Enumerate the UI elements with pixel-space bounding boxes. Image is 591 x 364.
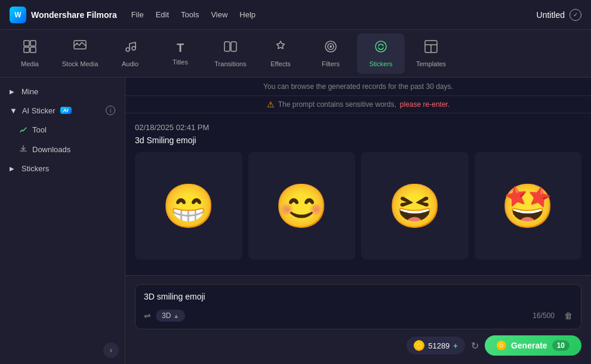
menu-view[interactable]: View — [211, 10, 227, 19]
emoji-0: 😁 — [162, 184, 216, 227]
menu-edit[interactable]: Edit — [156, 10, 169, 19]
svg-rect-1 — [30, 41, 36, 46]
tab-effects-label: Effects — [270, 60, 290, 67]
tab-audio[interactable]: Audio — [106, 33, 154, 74]
tab-titles-label: Titles — [173, 58, 188, 66]
sidebar-ai-sticker-label: AI Sticker — [22, 106, 56, 115]
generate-coin-icon: ⬡ — [497, 341, 506, 350]
prompt-controls: ⇌ 3D ▲ 16/500 🗑 — [144, 310, 572, 322]
tab-transitions[interactable]: Transitions — [207, 33, 254, 74]
result-title: 3d Smiling emoji — [135, 135, 581, 145]
menu-items: File Edit Tools View Help — [131, 10, 256, 19]
menu-file[interactable]: File — [131, 10, 144, 19]
generate-cost-value: 10 — [557, 341, 565, 350]
tab-stickers[interactable]: Stickers — [357, 33, 405, 74]
tab-filters[interactable]: Filters — [307, 33, 355, 74]
re-enter-link[interactable]: please re-enter. — [400, 100, 450, 109]
tag-3d[interactable]: 3D ▲ — [156, 310, 185, 322]
sidebar-downloads-label: Downloads — [32, 145, 70, 154]
sidebar-mine-label: Mine — [21, 87, 38, 96]
tab-media[interactable]: Media — [6, 33, 54, 74]
stock-media-icon — [73, 40, 87, 57]
refresh-icon[interactable]: ↻ — [471, 340, 479, 351]
effects-icon — [274, 40, 287, 57]
sticker-card-2[interactable]: 😆 — [361, 152, 469, 260]
notice-bar: You can browse the generated records for… — [125, 78, 591, 96]
svg-point-7 — [132, 47, 136, 50]
warning-icon: ⚠ — [267, 100, 275, 109]
svg-rect-3 — [30, 47, 36, 53]
shuffle-icon[interactable]: ⇌ — [144, 311, 151, 320]
transitions-icon — [224, 40, 237, 57]
input-area: 3D smiling emoji ⇌ 3D ▲ 16/500 🗑 — [125, 275, 591, 364]
check-icon[interactable]: ✓ — [570, 9, 581, 21]
svg-rect-2 — [24, 47, 29, 53]
svg-rect-9 — [231, 42, 236, 51]
collapse-sidebar-button[interactable]: ‹ — [103, 343, 119, 358]
project-title[interactable]: Untitled — [537, 10, 565, 20]
sticker-card-0[interactable]: 😁 — [135, 152, 242, 260]
tab-audio-label: Audio — [122, 60, 138, 67]
emoji-3: 🤩 — [501, 184, 555, 227]
sidebar-tool-label: Tool — [32, 125, 47, 134]
app-logo: W Wondershare Filmora — [10, 7, 117, 23]
mine-chevron: ▶ — [10, 88, 14, 95]
topbar: W Wondershare Filmora File Edit Tools Vi… — [0, 0, 591, 30]
app-logo-icon: W — [10, 7, 26, 23]
media-icon — [23, 40, 36, 57]
generate-button[interactable]: ⬡ Generate 10 — [485, 335, 581, 356]
sticker-card-1[interactable]: 😊 — [248, 152, 356, 260]
ai-sticker-chevron: ▼ — [10, 106, 17, 115]
topbar-left: W Wondershare Filmora File Edit Tools Vi… — [10, 7, 256, 23]
bottom-actions: ⬡ 51289 + ↻ ⬡ Generate 10 — [135, 335, 581, 356]
coins-display: ⬡ 51289 + — [407, 337, 465, 354]
topbar-right: Untitled ✓ — [537, 9, 581, 21]
tab-stickers-label: Stickers — [369, 60, 392, 67]
tag-arrow-icon: ▲ — [173, 313, 179, 319]
stickers-chevron: ▶ — [10, 165, 14, 172]
trash-icon[interactable]: 🗑 — [564, 311, 572, 320]
svg-point-14 — [378, 44, 380, 45]
tab-stock-media-label: Stock Media — [62, 60, 98, 67]
tab-media-label: Media — [21, 60, 39, 67]
ai-badge: AI — [60, 107, 72, 114]
svg-point-13 — [375, 41, 386, 52]
svg-point-12 — [330, 45, 332, 48]
emoji-2: 😆 — [388, 184, 442, 227]
sticker-card-3[interactable]: 🤩 — [475, 152, 582, 260]
emoji-1: 😊 — [275, 184, 328, 227]
svg-point-15 — [382, 44, 383, 45]
info-icon[interactable]: i — [106, 106, 115, 115]
audio-icon — [124, 40, 137, 57]
tab-stock-media[interactable]: Stock Media — [56, 33, 104, 74]
svg-point-5 — [76, 42, 78, 44]
tag-3d-label: 3D — [162, 311, 171, 320]
coins-amount: 51289 — [428, 341, 450, 350]
sidebar-item-mine[interactable]: ▶ Mine — [0, 82, 125, 101]
prompt-text[interactable]: 3D smiling emoji — [144, 292, 572, 304]
results-section: 02/18/2025 02:41 PM 3d Smiling emoji 😁 😊… — [125, 113, 591, 275]
sidebar-subitem-tool[interactable]: Tool — [0, 120, 125, 140]
templates-icon — [424, 40, 438, 57]
sticker-grid: 😁 😊 😆 🤩 — [135, 152, 581, 260]
content-area: You can browse the generated records for… — [125, 78, 591, 364]
sidebar-item-stickers[interactable]: ▶ Stickers — [0, 159, 125, 178]
coin-icon: ⬡ — [414, 340, 424, 351]
menu-tools[interactable]: Tools — [181, 10, 199, 19]
generate-label: Generate — [511, 341, 547, 350]
prompt-input-wrapper: 3D smiling emoji ⇌ 3D ▲ 16/500 🗑 — [135, 284, 581, 329]
main-layout: ▶ Mine ▼ AI Sticker AI i Tool D — [0, 78, 591, 364]
tool-icon — [19, 125, 27, 135]
sidebar-subitem-downloads[interactable]: Downloads — [0, 140, 125, 159]
downloads-icon — [19, 144, 27, 155]
tab-filters-label: Filters — [322, 60, 340, 67]
tab-titles[interactable]: T Titles — [156, 33, 204, 74]
sidebar-item-ai-sticker[interactable]: ▼ AI Sticker AI i — [0, 101, 125, 120]
toolbar: Media Stock Media Audio T Titles — [0, 30, 591, 78]
tab-effects[interactable]: Effects — [257, 33, 304, 74]
menu-help[interactable]: Help — [239, 10, 256, 19]
app-name: Wondershare Filmora — [31, 10, 117, 20]
notice-text: You can browse the generated records for… — [263, 82, 453, 91]
stickers-icon — [374, 40, 387, 57]
tab-templates[interactable]: Templates — [407, 33, 455, 74]
